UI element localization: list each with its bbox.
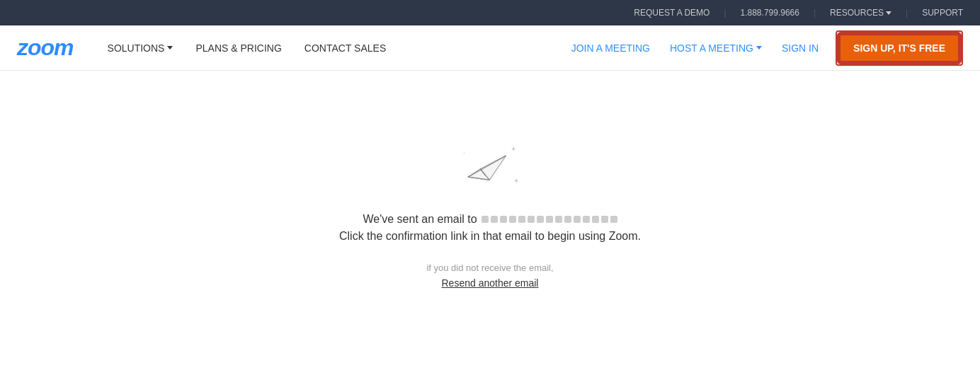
- paper-plane-illustration: + · +: [462, 144, 518, 193]
- phone-number[interactable]: 1.888.799.9666: [741, 8, 799, 18]
- svg-marker-0: [468, 156, 506, 180]
- host-meeting-label: HOST A MEETING: [670, 42, 753, 54]
- sparkle-1: +: [511, 145, 515, 153]
- not-received-message: if you did not receive the email,: [426, 262, 553, 273]
- redact-3: [500, 216, 507, 223]
- nav-solutions[interactable]: SOLUTIONS: [96, 25, 185, 71]
- resources-label: RESOURCES: [830, 8, 884, 18]
- divider-2: |: [814, 8, 816, 18]
- redact-1: [482, 216, 489, 223]
- nav-host-meeting[interactable]: HOST A MEETING: [661, 25, 770, 71]
- nav-join-meeting[interactable]: JOIN A MEETING: [563, 25, 659, 71]
- top-bar: REQUEST A DEMO | 1.888.799.9666 | RESOUR…: [0, 0, 980, 25]
- sparkle-3: +: [514, 177, 518, 185]
- email-sent-message: We've sent an email to: [363, 213, 617, 226]
- paper-plane-icon: [462, 144, 511, 186]
- nav-left: SOLUTIONS PLANS & PRICING CONTACT SALES: [96, 25, 398, 71]
- solutions-chevron-icon: [167, 46, 173, 50]
- redact-5: [518, 216, 525, 223]
- redact-4: [509, 216, 516, 223]
- request-demo-link[interactable]: REQUEST A DEMO: [634, 8, 710, 18]
- solutions-label: SOLUTIONS: [108, 42, 165, 54]
- divider-3: |: [906, 8, 908, 18]
- divider-1: |: [724, 8, 726, 18]
- redacted-email: [482, 216, 617, 223]
- sparkle-2: ·: [463, 149, 465, 157]
- redact-13: [592, 216, 599, 223]
- nav-sign-in[interactable]: SIGN IN: [773, 25, 827, 71]
- support-link[interactable]: SUPPORT: [922, 8, 963, 18]
- redact-7: [537, 216, 544, 223]
- redact-11: [574, 216, 581, 223]
- redact-14: [601, 216, 608, 223]
- redact-2: [491, 216, 498, 223]
- resources-menu[interactable]: RESOURCES: [830, 8, 891, 18]
- redact-12: [583, 216, 590, 223]
- nav-right: JOIN A MEETING HOST A MEETING SIGN IN SI…: [563, 25, 963, 71]
- resources-chevron-icon: [886, 11, 891, 15]
- zoom-logo[interactable]: zoom: [17, 35, 74, 61]
- nav-contact-sales[interactable]: CONTACT SALES: [293, 25, 397, 71]
- redact-9: [555, 216, 562, 223]
- nav-plans-pricing[interactable]: PLANS & PRICING: [184, 25, 292, 71]
- email-sent-prefix: We've sent an email to: [363, 213, 477, 226]
- redact-6: [528, 216, 535, 223]
- signup-button-wrapper: SIGN UP, IT'S FREE: [836, 30, 963, 66]
- main-content: + · + We've sent an email to: [0, 71, 980, 375]
- signup-button[interactable]: SIGN UP, IT'S FREE: [838, 33, 960, 63]
- redact-8: [546, 216, 553, 223]
- resend-email-link[interactable]: Resend another email: [442, 277, 539, 289]
- host-meeting-chevron-icon: [756, 46, 762, 50]
- redact-10: [564, 216, 571, 223]
- redact-15: [610, 216, 617, 223]
- confirmation-message: Click the confirmation link in that emai…: [339, 230, 641, 243]
- main-nav: zoom SOLUTIONS PLANS & PRICING CONTACT S…: [0, 25, 980, 71]
